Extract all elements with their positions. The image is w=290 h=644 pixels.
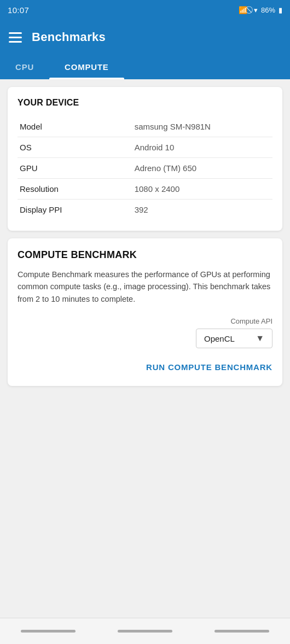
status-bar: 10:07 📶 ⃠ ▾ 86% ▮ (0, 0, 290, 20)
tab-cpu[interactable]: CPU (0, 55, 49, 79)
tab-bar: CPU COMPUTE (0, 55, 290, 79)
battery-level: 86% (261, 6, 275, 14)
api-section: Compute API OpenCL ▼ (18, 317, 272, 348)
row-value-os: Android 10 (132, 137, 272, 158)
hamburger-button[interactable] (9, 32, 22, 43)
run-button-container: RUN COMPUTE BENCHMARK (18, 359, 272, 375)
battery-icon: ▮ (279, 6, 282, 14)
chevron-down-icon: ▼ (256, 333, 264, 343)
row-value-resolution: 1080 x 2400 (132, 179, 272, 200)
device-card-title: YOUR DEVICE (18, 98, 272, 108)
main-content: YOUR DEVICE Model samsung SM-N981N OS An… (0, 79, 290, 394)
run-compute-benchmark-button[interactable]: RUN COMPUTE BENCHMARK (146, 359, 272, 375)
app-title: Benchmarks (32, 30, 106, 44)
api-dropdown[interactable]: OpenCL ▼ (196, 329, 272, 348)
benchmark-card-title: COMPUTE BENCHMARK (18, 249, 272, 261)
nav-home-indicator[interactable] (118, 630, 172, 633)
benchmark-description: Compute Benchmark measures the performan… (18, 268, 272, 305)
location-icon: ▾ (254, 6, 258, 14)
api-label: Compute API (230, 317, 272, 325)
row-label-os: OS (18, 137, 132, 158)
row-label-model: Model (18, 116, 132, 137)
benchmark-card: COMPUTE BENCHMARK Compute Benchmark meas… (8, 238, 282, 386)
row-label-gpu: GPU (18, 158, 132, 179)
row-value-ppi: 392 (132, 200, 272, 220)
device-table: Model samsung SM-N981N OS Android 10 GPU… (18, 116, 272, 220)
table-row: GPU Adreno (TM) 650 (18, 158, 272, 179)
api-selected-value: OpenCL (204, 334, 251, 343)
nav-back-indicator[interactable] (21, 630, 76, 633)
table-row: Display PPI 392 (18, 200, 272, 220)
wifi-icon: 📶 (239, 6, 247, 14)
status-icons: 📶 ⃠ ▾ 86% ▮ (239, 5, 282, 14)
row-value-model: samsung SM-N981N (132, 116, 272, 137)
device-card: YOUR DEVICE Model samsung SM-N981N OS An… (8, 87, 282, 231)
table-row: Resolution 1080 x 2400 (18, 179, 272, 200)
table-row: OS Android 10 (18, 137, 272, 158)
row-value-gpu: Adreno (TM) 650 (132, 158, 272, 179)
table-row: Model samsung SM-N981N (18, 116, 272, 137)
status-time: 10:07 (8, 5, 29, 15)
row-label-ppi: Display PPI (18, 200, 132, 220)
app-bar: Benchmarks (0, 20, 290, 55)
nav-recents-indicator[interactable] (214, 630, 269, 633)
row-label-resolution: Resolution (18, 179, 132, 200)
tab-compute[interactable]: COMPUTE (49, 55, 124, 79)
bottom-nav (0, 618, 290, 644)
